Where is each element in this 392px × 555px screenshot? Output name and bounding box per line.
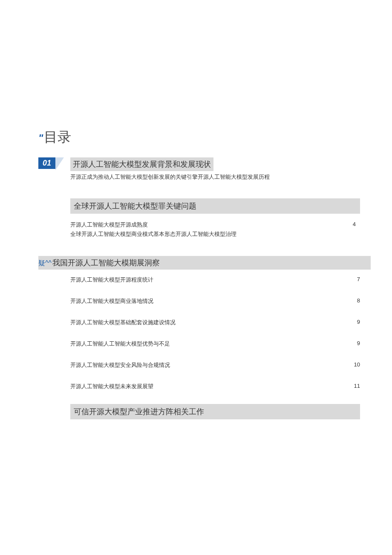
document-page: " 目录 01 开源人工智能大模型发展背景和发展现状 开源正成为推动人工智能大模… [0,0,392,419]
toc-row: 开源人工智能大模型未来发展展望 11 [70,383,360,390]
section-1-subtext: 开源正成为推动人工智能大模型创新发展的关键引擎开源人工智能大模型发展历程 [70,173,362,181]
toc-page-num: 7 [357,276,360,284]
toc-label: 开源人工智能大模型未来发展展望 [70,383,153,390]
toc-label: 开源人工智能大模型基础配套设施建设情况 [70,319,176,326]
section-badge-01: 01 [38,157,55,169]
toc-label: 全球开源人工智能大模型商业模式基本形态开源人工智能大模型治理 [70,230,356,238]
toc-row: 全球开源人工智能大模型商业模式基本形态开源人工智能大模型治理 [70,230,360,239]
toc-row: 开源人工智能大模型开源成熟度 4 [70,220,360,230]
section-4-heading: 可信开源大模型产业推进方阵相关工作 [70,404,360,419]
toc-row: 开源人工智能大模型开源程度统计 7 [70,276,360,284]
title-row: " 目录 [38,128,362,147]
section-2-body: 开源人工智能大模型开源成熟度 4 全球开源人工智能大模型商业模式基本形态开源人工… [70,220,362,239]
toc-page-num [356,230,360,238]
toc-label: 开源人工智能人工智能大模型优势与不足 [70,340,170,348]
toc-label: 开源人工智能大模型安全风险与合规情况 [70,361,170,369]
toc-label: 开源人工智能大模型开源程度统计 [70,276,153,284]
toc-page-num: 11 [354,383,360,390]
toc-row: 开源人工智能人工智能大模型优势与不足 9 [70,340,360,348]
toc-row: 开源人工智能大模型安全风险与合规情况 10 [70,361,360,369]
section-3-header: 疑^^ 我国开源人工智能大模期展洞察 [38,256,371,270]
toc-page-num: 9 [357,340,360,348]
section-2: 全球开源人工智能大模型罪关键问题 开源人工智能大模型开源成熟度 4 全球开源人工… [70,198,362,239]
toc-page-num: 9 [357,319,360,326]
section-2-heading: 全球开源人工智能大模型罪关键问题 [70,198,360,214]
page-title: 目录 [44,128,71,147]
section-1-content: 开源人工智能大模型发展背景和发展现状 开源正成为推动人工智能大模型创新发展的关键… [70,157,362,181]
section-4: 可信开源大模型产业推进方阵相关工作 [70,404,362,419]
section-3-heading: 我国开源人工智能大模期展洞察 [52,258,160,268]
toc-page-num: 10 [354,361,360,369]
section-3-prefix: 疑^^ [38,259,52,268]
toc-page-num: 4 [353,221,360,229]
section-3: 疑^^ 我国开源人工智能大模期展洞察 开源人工智能大模型开源程度统计 7 开源人… [38,256,362,390]
toc-page-num: 8 [357,297,360,305]
quote-mark: " [38,132,43,144]
section-1-heading: 开源人工智能大模型发展背景和发展现状 [70,157,213,171]
toc-row: 开源人工智能大模型基础配套设施建设情况 9 [70,319,360,326]
toc-label: 开源人工智能大模型商业落地情况 [70,297,153,305]
toc-row: 开源人工智能大模型商业落地情况 8 [70,297,360,305]
section-1: 01 开源人工智能大模型发展背景和发展现状 开源正成为推动人工智能大模型创新发展… [38,157,362,181]
toc-label: 开源人工智能大模型开源成熟度 [70,221,353,229]
section-3-body: 开源人工智能大模型开源程度统计 7 开源人工智能大模型商业落地情况 8 开源人工… [70,276,362,390]
